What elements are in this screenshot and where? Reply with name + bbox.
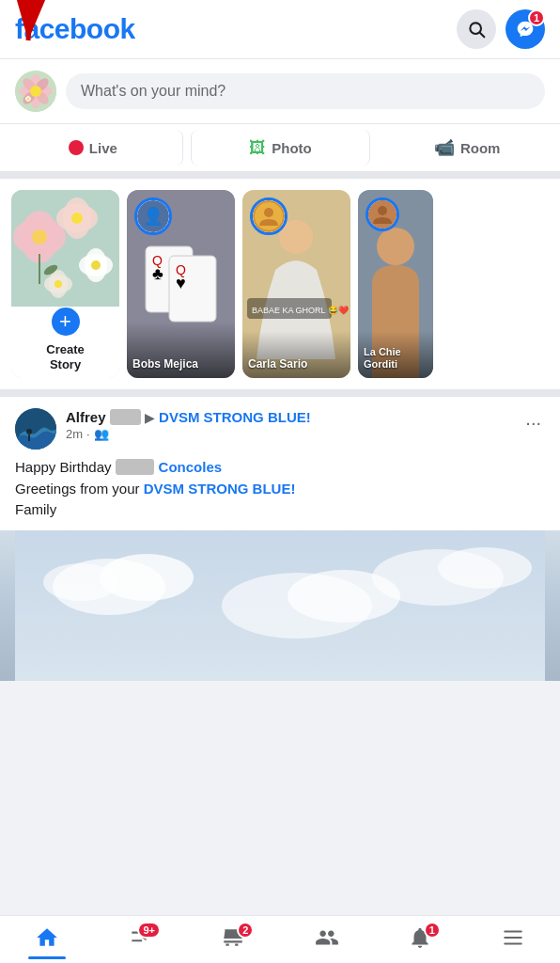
post-input[interactable]: What's on your mind? — [66, 73, 545, 109]
svg-rect-64 — [505, 937, 523, 939]
privacy-icon: 👥 — [94, 427, 109, 441]
post-input-section: What's on your mind? — [0, 59, 560, 124]
story-avatar-inner-bobs: 👤 — [137, 200, 169, 232]
live-label: Live — [89, 140, 117, 156]
story-avatar-carla — [250, 197, 288, 235]
search-icon — [467, 20, 486, 39]
nav-menu[interactable] — [467, 922, 560, 954]
content-group-highlight: DVSM STRONG BLUE! — [144, 481, 296, 497]
svg-text:BABAE KA GHORL 😂❤️: BABAE KA GHORL 😂❤️ — [252, 305, 350, 316]
nav-groups[interactable] — [280, 922, 373, 954]
stories-section: + CreateStory Q ♣ Q Q ♥ — [0, 179, 560, 397]
avatar-image — [15, 71, 56, 112]
post-author: Alfrey — [66, 409, 110, 425]
svg-rect-65 — [505, 942, 523, 944]
header-icons: 1 — [457, 9, 545, 49]
nav-home[interactable] — [0, 922, 93, 954]
content-suffix: Concoles — [159, 459, 223, 475]
messenger-button[interactable]: 1 — [506, 9, 545, 49]
post-meta: Alfrey ▶ DVSM STRONG BLUE! 2m · 👥 — [66, 408, 512, 441]
story-bobs-card[interactable]: Q ♣ Q Q ♥ 👤 — [127, 190, 235, 378]
photo-icon: 🖼 — [249, 138, 266, 158]
stories-scroll[interactable]: + CreateStory Q ♣ Q Q ♥ — [0, 179, 560, 397]
svg-point-48 — [377, 228, 414, 265]
content-blurred-name — [116, 459, 155, 475]
post-time: 2m — [66, 427, 83, 441]
story-name-lachie: La ChieGorditi — [364, 346, 428, 371]
svg-point-11 — [30, 86, 41, 97]
search-button[interactable] — [457, 9, 496, 49]
story-name-carla: Carla Sario — [248, 357, 345, 371]
nav-video[interactable]: 9+ — [93, 922, 186, 954]
content-line2: Greetings from your — [15, 481, 144, 497]
svg-point-51 — [378, 206, 387, 215]
post-avatar[interactable] — [15, 408, 56, 450]
svg-point-22 — [71, 213, 83, 224]
post-image[interactable] — [0, 530, 560, 681]
header: facebook 1 — [0, 0, 560, 59]
svg-text:♣: ♣ — [152, 264, 163, 283]
post-group: DVSM STRONG BLUE! — [159, 409, 311, 425]
photo-button[interactable]: 🖼 Photo — [191, 130, 371, 166]
messenger-badge: 1 — [528, 9, 545, 26]
create-plus-area: + CreateStory — [11, 307, 119, 378]
post-card: Alfrey ▶ DVSM STRONG BLUE! 2m · 👥 ··· Ha… — [0, 397, 560, 681]
menu-icon — [501, 925, 525, 950]
svg-text:♥: ♥ — [176, 274, 186, 292]
post-arrow: ▶ — [145, 410, 159, 425]
user-avatar[interactable] — [15, 71, 56, 112]
svg-point-28 — [54, 280, 62, 288]
svg-point-46 — [264, 208, 273, 217]
story-bg-flower — [11, 190, 119, 307]
facebook-logo: facebook — [15, 13, 135, 45]
svg-point-58 — [43, 563, 118, 601]
nav-marketplace[interactable]: 2 — [187, 922, 280, 954]
photo-label: Photo — [272, 140, 312, 156]
post-author-blurred — [110, 409, 141, 425]
room-icon: 📹 — [434, 137, 455, 158]
notifications-badge: 1 — [424, 922, 441, 939]
room-button[interactable]: 📹 Room — [378, 130, 556, 166]
post-more-button[interactable]: ··· — [521, 408, 545, 437]
svg-rect-63 — [505, 930, 523, 932]
home-icon — [35, 925, 59, 950]
marketplace-badge: 2 — [237, 922, 254, 939]
post-input-area: What's on your mind? — [0, 59, 560, 124]
nav-notifications[interactable]: 1 — [373, 922, 466, 954]
bottom-spacer — [0, 681, 560, 747]
story-flower-art — [11, 190, 119, 307]
create-story-card[interactable]: + CreateStory — [11, 190, 119, 378]
story-avatar-inner-lachie — [368, 200, 397, 229]
live-button[interactable]: Live — [4, 130, 183, 166]
content-prefix: Happy Birthday — [15, 459, 116, 475]
svg-point-14 — [27, 98, 30, 101]
svg-line-1 — [480, 33, 485, 38]
story-carla-card[interactable]: BABAE KA GHORL 😂❤️ Carla Sario — [242, 190, 350, 378]
live-icon — [69, 140, 84, 155]
svg-point-19 — [32, 229, 47, 245]
action-buttons-bar: Live 🖼 Photo 📹 Room — [0, 124, 560, 179]
groups-icon — [315, 925, 339, 950]
post-image-svg — [0, 530, 560, 681]
story-lachie-card[interactable]: La ChieGorditi — [358, 190, 433, 378]
post-author-line: Alfrey ▶ DVSM STRONG BLUE! — [66, 408, 512, 427]
post-header: Alfrey ▶ DVSM STRONG BLUE! 2m · 👥 ··· — [15, 408, 545, 450]
svg-point-25 — [91, 260, 101, 270]
story-avatar-inner-carla — [253, 200, 285, 232]
svg-rect-42 — [242, 331, 350, 378]
create-story-label: CreateStory — [46, 342, 84, 371]
room-label: Room — [460, 140, 501, 156]
plus-circle: + — [49, 305, 83, 339]
feed-section: Alfrey ▶ DVSM STRONG BLUE! 2m · 👥 ··· Ha… — [0, 397, 560, 681]
story-avatar-bobs: 👤 — [134, 197, 172, 235]
video-badge: 9+ — [137, 922, 161, 939]
story-name-bobs: Bobs Mejica — [132, 357, 229, 371]
svg-point-53 — [26, 429, 32, 434]
story-avatar-lachie — [366, 197, 399, 231]
post-placeholder: What's on your mind? — [81, 83, 226, 99]
bottom-nav: 9+ 2 1 — [0, 915, 560, 963]
post-avatar-image — [15, 408, 56, 450]
content-family: Family — [15, 501, 56, 517]
svg-point-62 — [438, 547, 532, 589]
post-dot: · — [86, 427, 90, 441]
